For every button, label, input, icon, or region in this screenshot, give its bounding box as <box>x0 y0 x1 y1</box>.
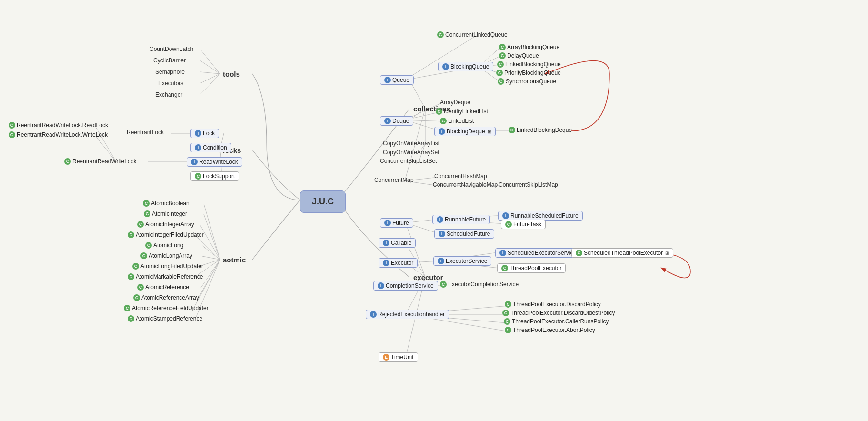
node-concurrentnavigablemap: ConcurrentNavigableMap <box>431 181 499 189</box>
node-scheduledexecutorservice: I ScheduledExecutorService <box>495 248 580 258</box>
node-priorityblockingqueue: CPriorityBlockingQueue <box>496 70 561 76</box>
class-icon: C <box>502 310 509 316</box>
svg-line-15 <box>204 214 220 260</box>
node-atomicinteger: CAtomicInteger <box>144 210 187 217</box>
class-icon: C <box>440 281 447 288</box>
node-cyclicbarrier: CyclicBarrier <box>151 57 188 64</box>
node-threadpoolexecutor: C ThreadPoolExecutor <box>497 263 566 273</box>
node-queue: I Queue <box>380 75 414 85</box>
node-reentrantlock: ReentrantLock <box>125 129 166 136</box>
interface-icon: I <box>191 159 198 165</box>
node-blockingdeque: I BlockingDeque ⊞ <box>434 127 496 136</box>
class-icon: C <box>132 263 139 270</box>
class-icon: C <box>128 315 134 322</box>
class-icon: C <box>505 327 511 333</box>
node-abortpolicy: CThreadPoolExecutor.AbortPolicy <box>505 327 595 333</box>
node-condition: I Condition <box>190 143 231 152</box>
node-concurrentskiplistmap: ConcurrentSkipListMap <box>497 181 560 189</box>
node-deque: I Deque <box>380 116 413 126</box>
svg-line-1 <box>200 49 220 74</box>
node-atomicintegerarray: CAtomicIntegerArray <box>137 221 194 228</box>
svg-line-18 <box>202 246 220 260</box>
interface-icon: I <box>442 63 449 70</box>
interface-icon: I <box>195 130 201 137</box>
node-delayqueue: CDelayQueue <box>499 52 539 59</box>
node-atomicreferencearray: CAtomicReferenceArray <box>133 294 199 301</box>
node-atomiclongfiledupdater: CAtomicLongFiledUpdater <box>132 263 203 270</box>
class-icon: C <box>140 252 147 259</box>
node-completionservice: I CompletionService <box>373 281 438 291</box>
interface-icon: I <box>437 216 443 223</box>
class-icon: C <box>498 78 504 85</box>
class-icon: C <box>496 70 503 76</box>
node-atomicintegerfiledupdater: CAtomicIntegerFiledUpdater <box>128 231 204 238</box>
node-scheduledfuture: I ScheduledFuture <box>434 229 494 239</box>
class-icon: C <box>509 127 515 133</box>
svg-line-22 <box>201 260 220 288</box>
class-icon: C <box>497 61 504 68</box>
interface-icon: I <box>370 311 377 318</box>
node-executorcompletionservice: C ExecutorCompletionService <box>440 281 519 288</box>
class-icon: C <box>64 158 71 165</box>
interface-icon: I <box>499 250 506 256</box>
class-icon: C <box>128 273 134 280</box>
class-icon: C <box>128 231 134 238</box>
node-atomicstampedreference: CAtomicStampedReference <box>128 315 202 322</box>
node-linkedblockingdeque: CLinkedBlockingDeque <box>509 127 572 133</box>
node-concurrentlinkedqueue: C ConcurrentLinkedQueue <box>437 31 508 38</box>
node-locksupport: C LockSupport <box>190 171 239 181</box>
mindmap-container: J.U.C tools CountDownLatch CyclicBarrier… <box>0 0 868 421</box>
svg-line-17 <box>195 235 220 260</box>
node-atomicmarkablereference: CAtomicMarkableReference <box>128 273 203 280</box>
interface-icon: I <box>384 77 391 83</box>
class-icon: C <box>143 200 150 207</box>
class-icon: C <box>437 31 444 38</box>
interface-icon: I <box>383 260 389 266</box>
interface-icon: I <box>384 118 391 124</box>
class-icon: C <box>436 108 442 115</box>
node-concurrentskiplistset: ConcurrentSkipListSet <box>378 157 439 165</box>
class-icon: C <box>440 118 447 124</box>
node-copyonwritearrayset: CopyOnWriteArraySet <box>381 149 441 156</box>
interface-icon: I <box>439 231 445 237</box>
class-icon: C <box>504 318 510 325</box>
node-reentrantreadwritelock: C ReentrantReadWriteLock <box>64 158 137 165</box>
category-tools: tools <box>220 69 243 79</box>
node-countdownlatch: CountDownLatch <box>148 45 195 53</box>
interface-icon: I <box>195 144 201 151</box>
node-atomicreference: CAtomicReference <box>137 284 189 291</box>
node-copyonwritearraylist: CopyOnWriteArrayList <box>381 140 441 147</box>
node-discardoldestpolicy: CThreadPoolExecutor.DiscardOldestPolicy <box>502 310 615 316</box>
svg-line-14 <box>204 204 220 260</box>
node-scheduledthreadpoolexecutor: C ScheduledThreadPoolExecutor ⊞ <box>571 248 673 258</box>
node-concurrentmap: ConcurrentMap <box>372 176 416 184</box>
center-node: J.U.C <box>300 190 346 213</box>
class-icon: C <box>501 265 508 271</box>
interface-icon: I <box>438 258 444 264</box>
class-icon: C <box>576 250 582 256</box>
node-rejectedexecutionhandler: I RejectedExecutionhandler <box>366 310 449 319</box>
node-timeunit: E TimeUnit <box>379 352 418 362</box>
class-icon: C <box>505 301 511 308</box>
node-arraydeque: ArrayDeque <box>438 99 472 106</box>
node-atomicreferencefieldupdater: CAtomicReferenceFieldUpdater <box>124 305 209 311</box>
node-readlock: C ReentrantReadWriteLock.ReadLock <box>9 122 108 129</box>
node-executor: I Executor <box>379 258 418 268</box>
node-atomicboolean: CAtomicBoolean <box>143 200 190 207</box>
node-semaphore: Semaphore <box>153 68 187 76</box>
category-aotmic: aotmic <box>220 255 249 265</box>
connections-svg <box>0 0 868 421</box>
svg-line-5 <box>200 74 220 95</box>
class-icon: C <box>124 305 130 311</box>
node-linkedblockingqueue: CLinkedBlockingQueue <box>497 61 561 68</box>
node-futuretask: C FutureTask <box>501 220 546 229</box>
node-callerrunspolicy: CThreadPoolExecutor.CallerRunsPolicy <box>504 318 609 325</box>
class-icon: C <box>137 284 144 291</box>
svg-line-3 <box>200 72 220 74</box>
node-atomiclongarray: CAtomicLongArray <box>140 252 192 259</box>
svg-line-36 <box>405 36 476 80</box>
node-runnablescheduledfuture: I RunnableScheduledFuture <box>498 211 583 221</box>
interface-icon: I <box>439 128 445 135</box>
svg-line-48 <box>406 223 425 277</box>
class-icon: C <box>137 221 144 228</box>
